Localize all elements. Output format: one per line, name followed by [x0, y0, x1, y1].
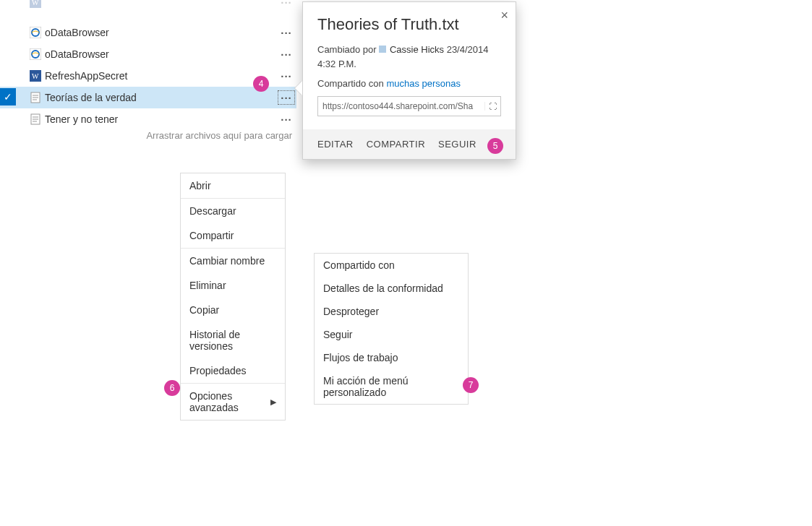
submenu-custom[interactable]: Mi acción de menú personalizado — [315, 369, 468, 404]
expand-url-icon[interactable]: ⛶ — [484, 102, 500, 111]
callout-arrow-icon — [295, 81, 302, 95]
file-name[interactable]: oDataBrowser — [45, 27, 276, 38]
file-row[interactable]: Tener y no tener ··· — [0, 108, 296, 130]
callout-url-input[interactable] — [318, 101, 484, 111]
menu-advanced[interactable]: Opciones avanzadas▶ — [181, 384, 285, 420]
close-icon[interactable]: × — [500, 8, 508, 23]
submenu-workflows[interactable]: Flujos de trabajo — [315, 346, 468, 369]
file-row-selected[interactable]: ✓ Teorías de la verdad ··· — [0, 87, 296, 108]
text-file-icon — [26, 113, 45, 125]
svg-text:W: W — [32, 72, 39, 80]
menu-copy[interactable]: Copiar — [181, 298, 285, 322]
submenu-compliance[interactable]: Detalles de la conformidad — [315, 277, 468, 300]
menu-rename[interactable]: Cambiar nombre — [181, 249, 285, 273]
file-name[interactable]: oDataBrowser — [45, 48, 276, 60]
row-menu-icon[interactable]: ··· — [278, 113, 294, 126]
ie-icon — [26, 48, 45, 60]
text-file-icon — [26, 92, 45, 103]
chevron-right-icon: ▶ — [270, 397, 276, 407]
menu-download[interactable]: Descargar — [181, 199, 285, 223]
presence-icon — [379, 46, 386, 53]
advanced-submenu: Compartido con Detalles de la conformida… — [314, 253, 469, 405]
callout-shared-row: Compartido con muchas personas — [317, 78, 501, 89]
file-name[interactable]: Teorías de la verdad — [45, 92, 276, 103]
shared-with-link[interactable]: muchas personas — [386, 78, 461, 89]
annotation-badge: 6 — [164, 380, 180, 396]
file-list: W ··· oDataBrowser ··· oDataBrowser ··· … — [0, 0, 296, 130]
file-row[interactable]: oDataBrowser ··· — [0, 43, 296, 65]
submenu-shared-with[interactable]: Compartido con — [315, 254, 468, 277]
edit-button[interactable]: EDITAR — [317, 139, 354, 150]
menu-delete[interactable]: Eliminar — [181, 273, 285, 298]
submenu-checkout[interactable]: Desproteger — [315, 300, 468, 323]
row-menu-icon[interactable]: ··· — [278, 27, 294, 39]
callout-meta: Cambiado por Cassie Hicks 23/4/2014 4:32… — [317, 43, 501, 71]
menu-open[interactable]: Abrir — [181, 173, 285, 198]
row-menu-icon[interactable]: ··· — [278, 48, 294, 61]
context-menu: Abrir Descargar Compartir Cambiar nombre… — [180, 173, 286, 421]
file-name[interactable]: RefreshAppSecret — [45, 70, 276, 82]
share-button[interactable]: COMPARTIR — [367, 139, 425, 150]
drop-hint: Arrastrar archivos aquí para cargar — [0, 130, 296, 141]
row-menu-icon[interactable]: ··· — [278, 70, 294, 82]
submenu-follow[interactable]: Seguir — [315, 323, 468, 346]
annotation-badge: 4 — [253, 76, 269, 92]
file-row[interactable]: oDataBrowser ··· — [0, 22, 296, 43]
ie-icon — [26, 27, 45, 38]
file-callout: × Theories of Truth.txt Cambiado por Cas… — [302, 1, 516, 160]
word-icon: W — [26, 0, 45, 8]
callout-user[interactable]: Cassie Hicks — [390, 44, 444, 55]
menu-versions[interactable]: Historial de versiones — [181, 322, 285, 358]
annotation-badge: 7 — [463, 377, 479, 393]
row-menu-icon[interactable]: ··· — [278, 90, 295, 105]
file-row[interactable]: W ··· — [0, 0, 296, 13]
file-row[interactable]: W RefreshAppSecret ··· — [0, 65, 296, 87]
annotation-badge: 5 — [487, 138, 503, 154]
follow-button[interactable]: SEGUIR — [438, 139, 476, 150]
row-menu-icon[interactable]: ··· — [278, 0, 294, 9]
checkmark-icon[interactable]: ✓ — [0, 88, 16, 105]
callout-url-box: ⛶ — [317, 96, 501, 116]
callout-actions: EDITAR COMPARTIR SEGUIR ··· — [303, 129, 516, 159]
word-icon: W — [26, 70, 45, 82]
callout-title: Theories of Truth.txt — [317, 15, 501, 34]
menu-share[interactable]: Compartir — [181, 223, 285, 248]
menu-properties[interactable]: Propiedades — [181, 358, 285, 383]
svg-text:W: W — [32, 0, 39, 7]
file-name[interactable]: Tener y no tener — [45, 113, 276, 125]
